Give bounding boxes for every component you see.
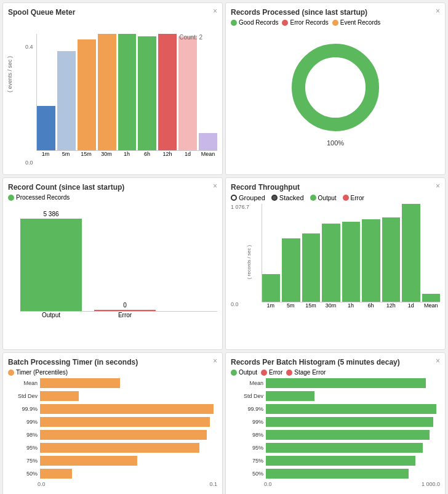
throughput-close-btn[interactable]: × xyxy=(436,182,440,190)
throughput-bar-6h xyxy=(362,219,380,302)
spool-count: Count: 2 xyxy=(179,34,202,41)
records-processed-title: Records Processed (since last startup) xyxy=(231,8,440,17)
records-processed-close-btn[interactable]: × xyxy=(436,7,440,15)
output-bar xyxy=(20,219,82,311)
rpb-output-dot xyxy=(231,370,237,376)
spool-bar-30m xyxy=(98,34,116,150)
error-value: 0 xyxy=(123,302,127,309)
rpb-75-track xyxy=(266,456,440,466)
rpb-98-label: 98% xyxy=(236,432,263,438)
grouped-radio-item[interactable]: Grouped xyxy=(231,194,265,201)
hbar-stddev-label: Std Dev xyxy=(13,393,38,399)
spool-bar-6h xyxy=(138,36,156,150)
legend-good-records: Good Records xyxy=(231,19,278,26)
throughput-bar-12h xyxy=(382,217,400,302)
spool-xlabel-30m: 30m xyxy=(97,151,116,157)
grouped-label: Grouped xyxy=(239,194,265,201)
throughput-bar-30m xyxy=(322,224,340,302)
hbar-mean-fill xyxy=(40,378,120,388)
event-records-dot xyxy=(332,20,338,26)
rpb-50-label: 50% xyxy=(236,471,263,477)
batch-timer-x-axis: 0.0 0.1 xyxy=(38,481,217,487)
spool-bar-1m xyxy=(37,106,55,150)
rpb-legend: Output Error Stage Error xyxy=(231,369,440,376)
hbar-50: 50% xyxy=(13,469,217,479)
spool-xlabel-6h: 6h xyxy=(138,151,156,157)
throughput-controls: Grouped Stacked Output Error xyxy=(231,194,440,201)
hbar-mean-label: Mean xyxy=(13,380,38,386)
rpb-close-btn[interactable]: × xyxy=(436,357,440,365)
spool-title: Spool Queue Meter xyxy=(8,8,217,17)
rpb-stddev-fill xyxy=(266,391,314,401)
timer-dot xyxy=(8,370,14,376)
spool-xlabel-5m: 5m xyxy=(57,151,75,157)
event-records-label: Event Records xyxy=(340,19,381,26)
spool-close-btn[interactable]: × xyxy=(213,7,217,15)
timer-label: Timer (Percentiles) xyxy=(16,369,68,376)
batch-x-max: 0.1 xyxy=(209,481,217,487)
stacked-radio-item[interactable]: Stacked xyxy=(271,194,304,201)
throughput-output-dot xyxy=(310,195,316,201)
thr-xlabel-30m: 30m xyxy=(322,302,340,309)
rpb-95-track xyxy=(266,443,440,453)
stacked-radio-icon xyxy=(271,195,278,201)
rpb-50-fill xyxy=(266,469,409,479)
good-records-label: Good Records xyxy=(239,19,278,26)
rpb-50-track xyxy=(266,469,440,479)
error-records-dot xyxy=(282,20,288,26)
spool-xlabel-1d: 1d xyxy=(178,151,197,157)
dashboard: Spool Queue Meter × Count: 2 ( events / … xyxy=(0,0,448,494)
throughput-bar-5m xyxy=(282,238,300,302)
thr-xlabel-12h: 12h xyxy=(382,302,400,309)
rpb-hbar-99: 99% xyxy=(236,417,440,427)
thr-xlabel-1d: 1d xyxy=(402,302,420,309)
batch-timer-close-btn[interactable]: × xyxy=(213,357,217,365)
rpb-legend-stage-error: Stage Error xyxy=(286,369,326,376)
rpb-75-label: 75% xyxy=(236,458,263,464)
rpb-title: Records Per Batch Histogram (5 minutes d… xyxy=(231,358,440,366)
hbar-99: 99% xyxy=(13,417,217,427)
rpb-hbar-98: 98% xyxy=(236,430,440,440)
spool-xlabel-12h: 12h xyxy=(158,151,177,157)
batch-timer-chart: Mean Std Dev 99.9% 99% xyxy=(13,378,217,479)
hbar-mean: Mean xyxy=(13,378,217,388)
rpb-x-axis: 0.0 1 000.0 xyxy=(264,481,440,487)
record-count-x-labels: Output Error xyxy=(20,312,217,318)
throughput-bar-15m xyxy=(302,233,320,302)
hbar-98-track xyxy=(40,430,217,440)
spool-bar-mean xyxy=(199,133,217,150)
throughput-x-labels: 1m 5m 15m 30m 1h 6h 12h 1d Mean xyxy=(262,302,440,309)
throughput-bars xyxy=(262,204,440,302)
record-count-legend: Processed Records xyxy=(8,194,217,201)
rpb-75-fill xyxy=(266,456,415,466)
hbar-95-fill xyxy=(40,443,199,453)
donut-container: 100% xyxy=(231,38,440,147)
throughput-error-dot xyxy=(343,195,349,201)
batch-timer-legend: Timer (Percentiles) xyxy=(8,369,217,376)
spool-x-labels: 1m 5m 15m 30m 1h 6h 12h 1d Mean xyxy=(36,151,217,157)
hbar-95: 95% xyxy=(13,443,217,453)
rpb-hbar-50: 50% xyxy=(236,469,440,479)
rpb-hbar-stddev: Std Dev xyxy=(236,391,440,401)
grouped-radio-icon xyxy=(231,195,237,201)
hbar-98-label: 98% xyxy=(13,432,38,438)
record-count-close-btn[interactable]: × xyxy=(213,182,217,190)
thr-xlabel-15m: 15m xyxy=(302,302,320,309)
output-value: 5 386 xyxy=(43,211,58,217)
rpb-hbar-999: 99.9% xyxy=(236,404,440,414)
rpb-99-fill xyxy=(266,417,433,427)
hbar-99-track xyxy=(40,417,217,427)
rpb-mean-fill xyxy=(266,378,426,388)
thr-xlabel-1h: 1h xyxy=(342,302,360,309)
legend-timer: Timer (Percentiles) xyxy=(8,369,68,376)
stacked-label: Stacked xyxy=(279,194,304,201)
throughput-legend-output: Output xyxy=(310,195,337,201)
rpb-stage-error-label: Stage Error xyxy=(294,369,326,376)
throughput-title: Record Throughput xyxy=(231,183,440,192)
record-count-title: Record Count (since last startup) xyxy=(8,183,217,192)
throughput-bar-1m xyxy=(262,274,280,302)
spool-xlabel-15m: 15m xyxy=(77,151,95,157)
spool-xlabel-1h: 1h xyxy=(118,151,136,157)
hbar-75-label: 75% xyxy=(13,458,38,464)
hbar-75-fill xyxy=(40,456,137,466)
